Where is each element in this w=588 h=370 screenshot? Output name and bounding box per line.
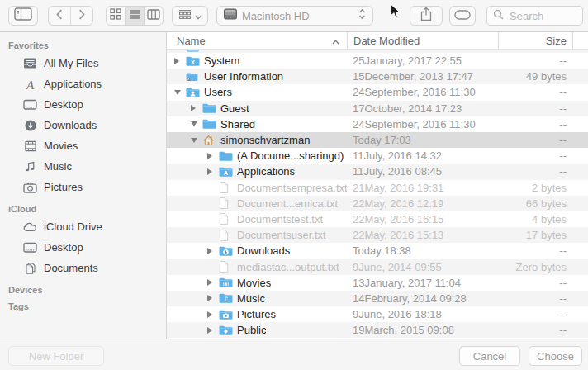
column-header-size[interactable]: Size xyxy=(498,32,572,49)
disclosure-triangle-right-icon[interactable] xyxy=(191,105,202,111)
file-date-modified: 15December, 2013 17:47 xyxy=(347,70,498,83)
sidebar-item-icloud-drive[interactable]: iCloud Drive xyxy=(0,216,166,237)
column-header-name[interactable]: Name xyxy=(167,32,347,49)
file-list: XSystem25January, 2017 22:55--User Infor… xyxy=(167,50,588,338)
disclosure-triangle-right-icon[interactable] xyxy=(207,327,219,334)
column-view-button[interactable] xyxy=(144,7,163,25)
clipped-row xyxy=(167,50,588,53)
sidebar-item-all-my-files[interactable]: All My Files xyxy=(0,53,166,74)
search-field[interactable] xyxy=(486,6,583,26)
all-my-files-icon xyxy=(22,56,38,70)
share-button[interactable] xyxy=(410,6,443,26)
file-name: Public xyxy=(237,324,266,336)
file-row-applications[interactable]: AApplications11July, 2016 08:45-- xyxy=(167,164,588,179)
sidebar-item-downloads[interactable]: Downloads xyxy=(0,115,166,135)
file-row-documentstest-txt[interactable]: Documentstest.txt22May, 2016 16:154 byte… xyxy=(167,211,588,227)
sidebar-item-movies[interactable]: Movies xyxy=(0,135,166,156)
sidebar-item-documents[interactable]: Documents xyxy=(0,258,166,278)
sidebar-item-desktop[interactable]: Desktop xyxy=(0,237,166,258)
column-header-extra[interactable] xyxy=(572,32,588,49)
file-date-modified: 25January, 2017 22:55 xyxy=(347,55,498,67)
file-size: 17 bytes xyxy=(498,229,572,241)
file-row-guest[interactable]: Guest17October, 2014 17:23-- xyxy=(167,101,588,116)
file-row-document-emica-txt[interactable]: Document...emica.txt22May, 2016 12:1966 … xyxy=(167,196,588,211)
document-icon xyxy=(219,229,234,241)
file-date-modified: 14February, 2014 09:28 xyxy=(347,292,498,305)
file-name: Documentsempresa.txt xyxy=(237,182,347,194)
search-icon xyxy=(493,8,504,23)
file-row-mediastac-output-txt[interactable]: mediastac...output.txt9June, 2014 09:55Z… xyxy=(167,259,588,274)
file-row-public[interactable]: Public19March, 2015 09:08-- xyxy=(167,322,588,338)
file-row-music[interactable]: ♪Music14February, 2014 09:28-- xyxy=(167,291,588,306)
file-row-documentsempresa-txt[interactable]: Documentsempresa.txt21May, 2016 19:312 b… xyxy=(167,180,588,196)
folder-movies-icon xyxy=(219,277,234,289)
back-button[interactable] xyxy=(49,7,70,25)
cancel-button[interactable]: Cancel xyxy=(459,346,520,366)
forward-button[interactable] xyxy=(70,7,92,25)
file-name: Guest xyxy=(220,102,249,115)
disclosure-triangle-right-icon[interactable] xyxy=(207,153,219,159)
file-row-users[interactable]: Users24September, 2016 11:30-- xyxy=(167,84,588,100)
list-view-icon xyxy=(129,8,141,23)
file-row-documentsuser-txt[interactable]: Documentsuser.txt22May, 2016 15:1317 byt… xyxy=(167,227,588,243)
column-header-date-modified[interactable]: Date Modified xyxy=(347,32,498,49)
sidebar-section-icloud: iCloudiCloud DriveDesktopDocuments xyxy=(0,204,166,278)
search-input[interactable] xyxy=(508,9,577,23)
file-row-pictures[interactable]: Pictures9June, 2016 18:18-- xyxy=(167,306,588,322)
svg-text:X: X xyxy=(191,58,195,65)
file-row-a-docume-sharingd[interactable]: (A Docume...sharingd)11July, 2016 14:32-… xyxy=(167,148,588,164)
choose-button[interactable]: Choose xyxy=(529,346,582,366)
disclosure-triangle-right-icon[interactable] xyxy=(207,311,219,318)
file-size: 49 bytes xyxy=(498,70,572,83)
sidebar-section-label: Tags xyxy=(8,301,166,311)
file-row-system[interactable]: XSystem25January, 2017 22:55-- xyxy=(167,53,588,69)
tag-icon xyxy=(454,8,471,23)
sidebar-section-devices: Devices xyxy=(0,285,166,295)
file-size: -- xyxy=(498,118,572,130)
movies-icon xyxy=(22,139,38,153)
location-dropdown[interactable]: Macintosh HD xyxy=(216,6,373,26)
file-browser: Name Date Modified Size XSystem25January… xyxy=(167,32,588,339)
file-size: -- xyxy=(498,102,572,115)
disclosure-triangle-down-icon[interactable] xyxy=(191,121,202,126)
file-row-shared[interactable]: Shared24September, 2016 11:30-- xyxy=(167,116,588,132)
list-view-button[interactable] xyxy=(125,7,144,25)
toolbar: Macintosh HD xyxy=(0,0,588,32)
sidebar-item-music[interactable]: Music xyxy=(0,156,166,177)
disclosure-triangle-right-icon[interactable] xyxy=(207,279,219,286)
sidebar-item-applications[interactable]: AApplications xyxy=(0,74,166,94)
sidebar-item-label: All My Files xyxy=(44,57,98,69)
file-row-user-information[interactable]: User Information15December, 2013 17:4749… xyxy=(167,69,588,84)
disclosure-triangle-right-icon[interactable] xyxy=(174,58,186,64)
file-row-movies[interactable]: Movies13January, 2017 11:04-- xyxy=(167,275,588,291)
new-folder-button[interactable]: New Folder xyxy=(8,346,104,366)
folder-icon xyxy=(219,149,234,162)
sidebar-section-label: Favorites xyxy=(8,40,166,50)
tags-button[interactable] xyxy=(449,6,476,26)
sidebar-toggle-icon xyxy=(14,7,32,24)
disclosure-triangle-down-icon[interactable] xyxy=(174,90,186,95)
file-size: 66 bytes xyxy=(498,197,572,210)
folder-downloads-icon xyxy=(219,244,234,257)
disclosure-triangle-down-icon[interactable] xyxy=(191,138,202,143)
pictures-icon xyxy=(22,180,38,194)
icon-view-button[interactable] xyxy=(107,7,125,25)
file-row-simonschvartzman[interactable]: simonschvartzmanToday 17:03-- xyxy=(167,132,588,148)
sidebar-item-label: iCloud Drive xyxy=(44,221,102,233)
file-row-downloads[interactable]: DownloadsToday 18:38-- xyxy=(167,243,588,259)
sidebar-item-desktop[interactable]: Desktop xyxy=(0,94,166,115)
file-name: Shared xyxy=(220,118,255,130)
music-icon xyxy=(22,159,38,173)
disclosure-triangle-right-icon[interactable] xyxy=(207,168,219,175)
sidebar-toggle-button[interactable] xyxy=(8,6,38,26)
sidebar-item-pictures[interactable]: Pictures xyxy=(0,177,166,197)
arrange-button[interactable] xyxy=(172,6,208,26)
home-icon xyxy=(202,134,217,146)
chevron-right-icon xyxy=(78,8,86,24)
dialog-footer: New Folder Cancel Choose xyxy=(0,339,588,370)
disclosure-triangle-right-icon[interactable] xyxy=(207,248,219,254)
file-size: -- xyxy=(498,149,572,162)
file-date-modified: 13January, 2017 11:04 xyxy=(347,277,498,289)
disclosure-triangle-right-icon[interactable] xyxy=(207,295,219,301)
file-name: (A Docume...sharingd) xyxy=(237,149,344,162)
